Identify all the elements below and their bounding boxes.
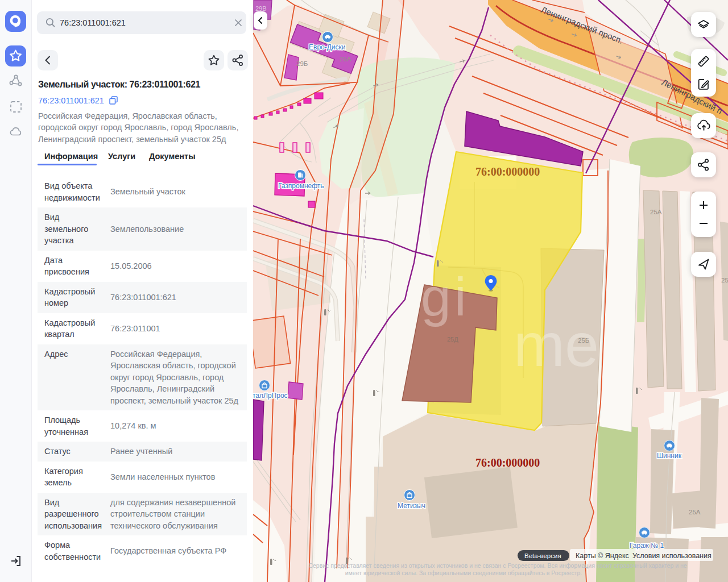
svg-text:76:00:000000: 76:00:000000	[475, 456, 540, 469]
svg-text:Условия использования: Условия использования	[632, 552, 712, 560]
svg-text:Карты © Яндекс: Карты © Яндекс	[576, 552, 629, 560]
svg-text:Шинник: Шинник	[657, 452, 682, 460]
svg-text:76:00:000000: 76:00:000000	[475, 165, 540, 178]
svg-text:25Д: 25Д	[447, 336, 458, 343]
svg-text:Евро-Диски: Евро-Диски	[309, 43, 346, 51]
svg-text:me: me	[514, 310, 599, 379]
svg-text:29Б: 29Б	[296, 60, 308, 67]
svg-text:25: 25	[721, 277, 728, 284]
svg-text:Газпромнефть: Газпромнефть	[278, 182, 324, 190]
svg-text:gi: gi	[421, 267, 470, 327]
svg-text:29А: 29А	[340, 56, 351, 63]
svg-text:25А: 25А	[650, 209, 662, 215]
svg-text:ЕталЛрПрос: ЕталЛрПрос	[253, 392, 288, 400]
svg-text:Гараж № 1: Гараж № 1	[630, 542, 664, 550]
svg-text:имеет юридической силы. За офи: имеет юридической силы. За официальными …	[345, 569, 582, 576]
svg-text:Beta-версия: Beta-версия	[524, 552, 561, 559]
svg-text:Сервис предоставляет сведения: Сервис предоставляет сведения из открыты…	[308, 562, 686, 569]
svg-text:25А: 25А	[689, 509, 701, 516]
svg-text:Метизыч: Метизыч	[398, 502, 425, 510]
